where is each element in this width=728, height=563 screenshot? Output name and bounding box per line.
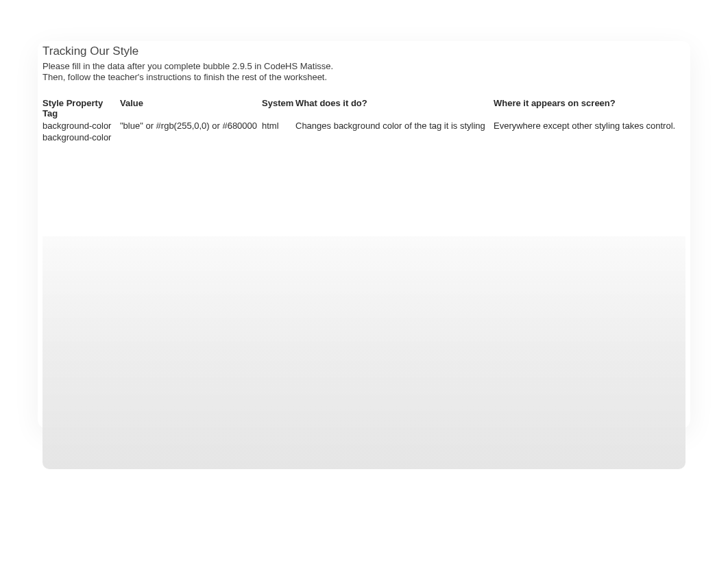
table-row: background-color — [43, 132, 685, 143]
col-what-does-it-do: What does it do? — [295, 97, 494, 120]
cell-where-appears[interactable]: Everywhere except other styling takes co… — [494, 120, 685, 132]
table-row: background-color "blue" or #rgb(255,0,0)… — [43, 120, 685, 132]
instructions-line-1: Please fill in the data after you comple… — [43, 61, 685, 72]
instructions-line-2: Then, follow the teacher's instructions … — [43, 72, 685, 83]
cell-system[interactable] — [262, 132, 295, 143]
cell-what-does-it-do[interactable] — [295, 132, 494, 143]
cell-style-property-tag[interactable]: background-color — [43, 120, 120, 132]
cell-value[interactable]: "blue" or #rgb(255,0,0) or #680000 — [120, 120, 262, 132]
col-where-appears: Where it appears on screen? — [494, 97, 685, 120]
locked-content-blur-lower — [43, 236, 685, 469]
cell-where-appears[interactable] — [494, 132, 685, 143]
locked-content-blur-upper — [43, 161, 685, 236]
cell-style-property-tag[interactable]: background-color — [43, 132, 120, 143]
col-style-property-tag: Style Property Tag — [43, 97, 120, 120]
style-tracking-table: Style Property Tag Value System What doe… — [43, 97, 685, 143]
table-header-row: Style Property Tag Value System What doe… — [43, 97, 685, 120]
col-system: System — [262, 97, 295, 120]
col-value: Value — [120, 97, 262, 120]
worksheet-container: Tracking Our Style Please fill in the da… — [43, 45, 685, 143]
cell-what-does-it-do[interactable]: Changes background color of the tag it i… — [295, 120, 494, 132]
cell-value[interactable] — [120, 132, 262, 143]
cell-system[interactable]: html — [262, 120, 295, 132]
page-title: Tracking Our Style — [43, 45, 685, 58]
